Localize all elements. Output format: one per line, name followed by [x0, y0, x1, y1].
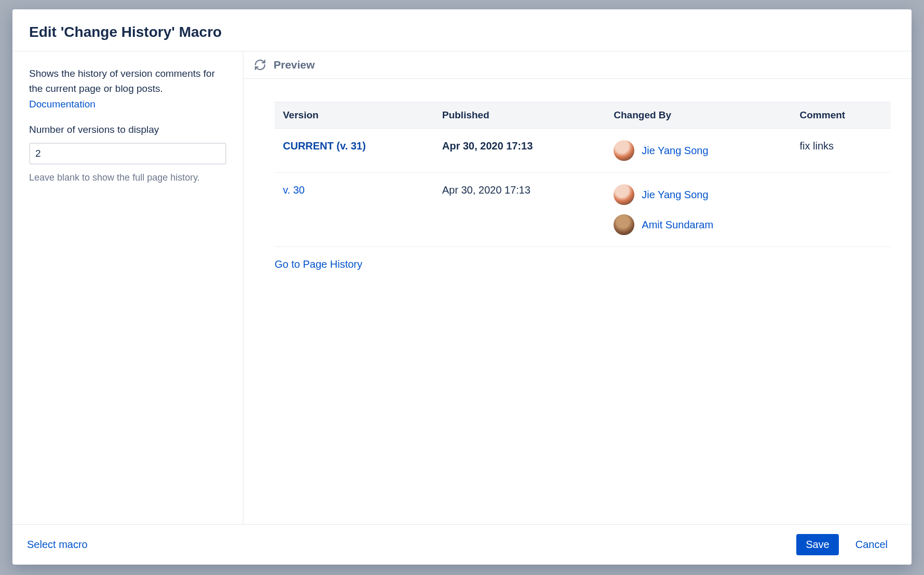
user-link[interactable]: Jie Yang Song: [642, 144, 708, 158]
preview-heading-label: Preview: [274, 59, 315, 71]
avatar: [614, 214, 634, 235]
comment-cell: [792, 173, 891, 247]
preview-panel: Preview Version Published Changed By Com…: [243, 51, 912, 524]
versions-count-help: Leave blank to show the full page histor…: [29, 171, 226, 185]
changedby-cell: Jie Yang Song: [605, 129, 791, 173]
dialog-footer: Select macro Save Cancel: [12, 524, 912, 565]
table-row: v. 30Apr 30, 2020 17:13Jie Yang SongAmit…: [275, 173, 891, 247]
user-link[interactable]: Amit Sundaram: [642, 218, 713, 232]
dialog-title: Edit 'Change History' Macro: [29, 24, 895, 40]
preview-header: Preview: [243, 51, 912, 79]
refresh-icon[interactable]: [254, 59, 266, 71]
col-changedby: Changed By: [605, 102, 791, 129]
documentation-link[interactable]: Documentation: [29, 99, 96, 109]
col-published: Published: [434, 102, 606, 129]
versions-count-label: Number of versions to display: [29, 122, 226, 137]
macro-description: Shows the history of version comments fo…: [29, 66, 226, 112]
version-current: CURRENT (v. 31): [283, 140, 366, 152]
macro-description-text: Shows the history of version comments fo…: [29, 68, 215, 94]
cancel-button[interactable]: Cancel: [846, 534, 897, 555]
versions-count-input[interactable]: [29, 143, 226, 165]
save-button[interactable]: Save: [796, 534, 839, 555]
col-version: Version: [275, 102, 434, 129]
user-link[interactable]: Jie Yang Song: [642, 188, 708, 202]
table-row: CURRENT (v. 31)Apr 30, 2020 17:13Jie Yan…: [275, 129, 891, 173]
user-row: Jie Yang Song: [614, 184, 783, 205]
macro-editor-dialog: Edit 'Change History' Macro Shows the hi…: [12, 9, 912, 565]
avatar: [614, 140, 634, 161]
col-comment: Comment: [792, 102, 891, 129]
go-to-page-history-link[interactable]: Go to Page History: [275, 258, 362, 270]
user-row: Jie Yang Song: [614, 140, 783, 161]
dialog-header: Edit 'Change History' Macro: [12, 9, 912, 51]
select-macro-link[interactable]: Select macro: [27, 539, 88, 550]
comment-cell: fix links: [792, 129, 891, 173]
dialog-body: Shows the history of version comments fo…: [12, 51, 912, 524]
published-cell: Apr 30, 2020 17:13: [434, 129, 606, 173]
version-link[interactable]: v. 30: [283, 184, 305, 196]
published-cell: Apr 30, 2020 17:13: [434, 173, 606, 247]
preview-body: Version Published Changed By Comment CUR…: [243, 79, 912, 524]
history-table: Version Published Changed By Comment CUR…: [275, 102, 891, 247]
avatar: [614, 184, 634, 205]
user-row: Amit Sundaram: [614, 214, 783, 235]
changedby-cell: Jie Yang SongAmit Sundaram: [605, 173, 791, 247]
config-panel: Shows the history of version comments fo…: [12, 51, 243, 524]
